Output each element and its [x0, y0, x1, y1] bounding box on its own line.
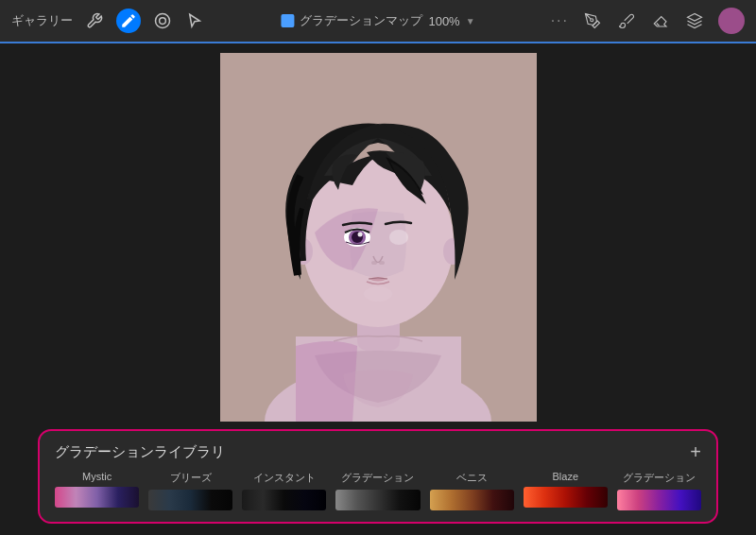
- gradient-swatch-gradation: [335, 490, 420, 510]
- gradient-items-list: MysticブリーズインスタントグラデーションベニスBlazeグラデーション: [55, 471, 701, 510]
- three-dots-menu[interactable]: ···: [551, 12, 569, 29]
- gradient-library-panel: グラデーションライブラリ + Mysticブリーズインスタントグラデーションベニ…: [38, 429, 718, 524]
- s-tool-button[interactable]: [152, 10, 173, 31]
- layers-icon[interactable]: [684, 10, 705, 31]
- gradient-item-blaze[interactable]: Blaze: [524, 471, 608, 508]
- gradient-label-blaze: Blaze: [553, 471, 579, 482]
- svg-point-16: [364, 286, 392, 302]
- active-tool-button[interactable]: [116, 9, 141, 33]
- gradient-label-mystic: Mystic: [82, 471, 112, 482]
- top-toolbar: ギャラリー グラデーションマップ: [0, 0, 756, 42]
- gradient-item-gradation2[interactable]: グラデーション: [617, 471, 701, 510]
- gradient-label-gradation2: グラデーション: [623, 471, 696, 485]
- gradient-label-freeze: ブリーズ: [170, 471, 212, 485]
- toolbar-center: グラデーションマップ 100% ▼: [281, 12, 474, 29]
- toolbar-right: ···: [551, 8, 745, 34]
- gradient-swatch-mystic: [55, 487, 139, 508]
- layer-title-text: グラデーションマップ: [300, 12, 422, 29]
- svg-point-13: [389, 230, 408, 245]
- color-picker-button[interactable]: [718, 8, 745, 34]
- gradient-swatch-instant: [242, 490, 326, 510]
- eraser-icon[interactable]: [650, 10, 671, 31]
- artwork-canvas: [220, 53, 537, 422]
- gradient-item-freeze[interactable]: ブリーズ: [148, 471, 232, 510]
- panel-header: グラデーションライブラリ +: [55, 442, 701, 461]
- gradient-swatch-venus: [430, 490, 514, 510]
- accent-line: [0, 42, 756, 43]
- gradient-item-instant[interactable]: インスタント: [242, 471, 326, 510]
- svg-point-15: [379, 261, 385, 265]
- svg-point-12: [357, 233, 362, 237]
- panel-title: グラデーションライブラリ: [55, 443, 225, 461]
- gradient-label-venus: ベニス: [456, 471, 488, 485]
- gradient-item-venus[interactable]: ベニス: [430, 471, 514, 510]
- gradient-item-mystic[interactable]: Mystic: [55, 471, 139, 508]
- gradient-label-instant: インスタント: [253, 471, 316, 485]
- wrench-icon[interactable]: [84, 10, 105, 31]
- gradient-item-gradation[interactable]: グラデーション: [335, 471, 420, 510]
- pointer-tool-button[interactable]: [184, 10, 205, 31]
- svg-marker-1: [688, 14, 702, 22]
- gallery-button[interactable]: ギャラリー: [11, 12, 73, 29]
- gradient-swatch-blaze: [524, 487, 608, 508]
- svg-point-0: [591, 19, 593, 22]
- dropdown-arrow-icon[interactable]: ▼: [466, 16, 475, 26]
- zoom-level: 100%: [428, 14, 459, 28]
- pen-icon[interactable]: [582, 10, 603, 31]
- gradient-swatch-freeze: [148, 490, 232, 510]
- brush-icon[interactable]: [616, 10, 637, 31]
- toolbar-left: ギャラリー: [11, 9, 205, 33]
- gradient-swatch-gradation2: [617, 490, 701, 510]
- gradient-label-gradation: グラデーション: [341, 471, 414, 485]
- svg-point-14: [371, 261, 377, 265]
- add-gradient-button[interactable]: +: [690, 442, 701, 461]
- layer-title: グラデーションマップ 100% ▼: [300, 12, 474, 29]
- layer-icon: [281, 14, 294, 27]
